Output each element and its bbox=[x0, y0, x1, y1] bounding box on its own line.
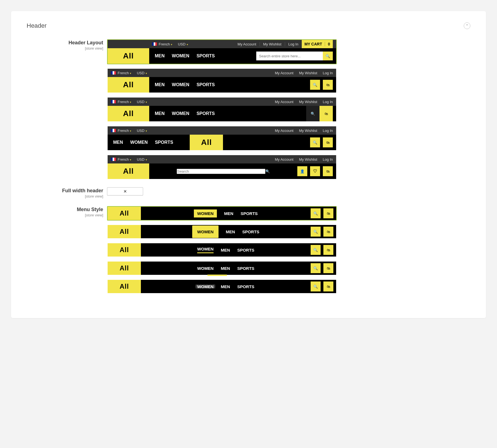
nav-men[interactable]: MEN bbox=[155, 82, 165, 87]
nav-sports[interactable]: SPORTS bbox=[237, 248, 254, 252]
nav-men[interactable]: MEN bbox=[155, 111, 165, 116]
nav-women[interactable]: WOMEN bbox=[130, 140, 148, 145]
nav-sports[interactable]: SPORTS bbox=[197, 53, 215, 58]
wishlist-button[interactable] bbox=[310, 166, 320, 176]
header-layout-option-5[interactable]: French▾ USD▾ My Account My Wishlist Log … bbox=[107, 155, 337, 180]
login-link[interactable]: Log In bbox=[323, 100, 333, 104]
field-header-layout: Header Layout [store view] French▾ USD▾ … bbox=[27, 39, 470, 180]
currency-selector[interactable]: USD▾ bbox=[137, 157, 147, 162]
logo[interactable]: All bbox=[108, 262, 141, 275]
header-layout-option-2[interactable]: French▾ USD▾ My Account My Wishlist Log … bbox=[107, 68, 337, 93]
search-button[interactable] bbox=[310, 80, 320, 90]
nav-men[interactable]: MEN bbox=[113, 140, 123, 145]
search-button[interactable] bbox=[311, 263, 321, 273]
menu-style-option-4[interactable]: All WOMEN MEN SPORTS bbox=[107, 261, 337, 275]
my-wishlist-link[interactable]: My Wishlist bbox=[260, 42, 282, 46]
my-wishlist-link[interactable]: My Wishlist bbox=[299, 100, 317, 104]
menu-style-option-1[interactable]: All WOMEN MEN SPORTS bbox=[107, 206, 337, 221]
currency-selector[interactable]: USD▾ bbox=[137, 100, 147, 104]
search-button[interactable] bbox=[323, 52, 333, 60]
search-button[interactable] bbox=[310, 137, 320, 147]
logo[interactable]: All bbox=[108, 77, 149, 93]
cart-button[interactable] bbox=[323, 263, 333, 273]
nav-men[interactable]: MEN bbox=[155, 53, 165, 58]
nav-sports[interactable]: SPORTS bbox=[237, 284, 254, 289]
my-wishlist-link[interactable]: My Wishlist bbox=[299, 71, 317, 75]
cart-button[interactable] bbox=[323, 281, 333, 291]
cart-button[interactable] bbox=[323, 208, 333, 218]
cart-button[interactable]: MY CART 0 bbox=[302, 40, 333, 48]
cart-button[interactable] bbox=[323, 166, 333, 176]
account-button[interactable] bbox=[297, 166, 307, 176]
my-account-link[interactable]: My Account bbox=[238, 42, 256, 46]
search-button[interactable] bbox=[311, 227, 321, 237]
menu-style-option-2[interactable]: All WOMEN MEN SPORTS bbox=[107, 224, 337, 239]
nav-men[interactable]: MEN bbox=[224, 211, 233, 216]
full-width-toggle[interactable]: ✕ bbox=[107, 187, 143, 196]
nav-sports[interactable]: SPORTS bbox=[155, 140, 173, 145]
logo[interactable]: All bbox=[108, 207, 141, 220]
login-link[interactable]: Log In bbox=[323, 71, 333, 75]
search-button[interactable] bbox=[311, 281, 321, 291]
cart-button[interactable] bbox=[323, 137, 333, 147]
header-layout-option-1[interactable]: French▾ USD▾ My Account My Wishlist Log … bbox=[107, 39, 337, 64]
search-button[interactable] bbox=[311, 208, 321, 218]
my-wishlist-link[interactable]: My Wishlist bbox=[299, 129, 317, 133]
my-account-link[interactable]: My Account bbox=[275, 129, 293, 133]
cart-button[interactable] bbox=[323, 80, 333, 90]
currency-selector[interactable]: USD▾ bbox=[178, 42, 188, 46]
cart-button[interactable] bbox=[323, 245, 333, 255]
logo[interactable]: All bbox=[108, 163, 149, 179]
menu-style-option-5[interactable]: All WOMEN MEN SPORTS bbox=[107, 279, 337, 294]
nav-women[interactable]: WOMEN bbox=[172, 111, 189, 116]
logo[interactable]: All bbox=[108, 106, 149, 121]
logo[interactable]: All bbox=[108, 225, 141, 238]
cart-button[interactable] bbox=[320, 106, 333, 121]
search-button[interactable] bbox=[311, 245, 321, 255]
header-layout-option-3[interactable]: French▾ USD▾ My Account My Wishlist Log … bbox=[107, 97, 337, 122]
lang-selector[interactable]: French▾ bbox=[118, 157, 131, 162]
nav-women[interactable]: WOMEN bbox=[197, 266, 214, 271]
search-button[interactable] bbox=[265, 169, 270, 174]
nav-women[interactable]: WOMEN bbox=[172, 53, 189, 58]
nav-sports[interactable]: SPORTS bbox=[240, 211, 258, 216]
collapse-toggle[interactable]: ⌃ bbox=[464, 22, 470, 29]
logo[interactable]: All bbox=[108, 243, 141, 257]
my-wishlist-link[interactable]: My Wishlist bbox=[299, 157, 317, 162]
search-button[interactable] bbox=[306, 106, 320, 121]
main-nav: MEN WOMEN SPORTS bbox=[149, 48, 256, 64]
menu-style-option-3[interactable]: All WOMEN MEN SPORTS bbox=[107, 243, 337, 257]
lang-selector[interactable]: French▾ bbox=[159, 42, 172, 46]
nav-sports[interactable]: SPORTS bbox=[242, 229, 259, 234]
search-input[interactable] bbox=[177, 169, 265, 174]
login-link[interactable]: Log In bbox=[323, 157, 333, 162]
nav-men[interactable]: MEN bbox=[221, 248, 230, 252]
nav-men[interactable]: MEN bbox=[221, 266, 230, 271]
nav-sports[interactable]: SPORTS bbox=[237, 266, 254, 271]
login-link[interactable]: Log In bbox=[323, 129, 333, 133]
logo[interactable]: All bbox=[190, 135, 223, 150]
nav-women[interactable]: WOMEN bbox=[194, 209, 217, 217]
my-account-link[interactable]: My Account bbox=[275, 157, 293, 162]
my-account-link[interactable]: My Account bbox=[275, 71, 293, 75]
lang-selector[interactable]: French▾ bbox=[118, 100, 131, 104]
nav-men[interactable]: MEN bbox=[226, 229, 235, 234]
nav-sports[interactable]: SPORTS bbox=[197, 111, 215, 116]
header-layout-option-4[interactable]: French▾ USD▾ My Account My Wishlist Log … bbox=[107, 126, 337, 151]
nav-men[interactable]: MEN bbox=[221, 284, 230, 289]
lang-selector[interactable]: French▾ bbox=[118, 129, 131, 133]
currency-selector[interactable]: USD▾ bbox=[137, 71, 147, 75]
nav-women[interactable]: WOMEN bbox=[172, 82, 189, 87]
search-input[interactable] bbox=[256, 52, 323, 60]
my-account-link[interactable]: My Account bbox=[275, 100, 293, 104]
logo[interactable]: All bbox=[108, 48, 149, 64]
login-link[interactable]: Log In bbox=[285, 42, 298, 46]
lang-selector[interactable]: French▾ bbox=[118, 71, 131, 75]
logo[interactable]: All bbox=[108, 280, 141, 293]
currency-selector[interactable]: USD▾ bbox=[137, 129, 147, 133]
nav-women[interactable]: WOMEN bbox=[197, 247, 214, 253]
cart-button[interactable] bbox=[323, 227, 333, 237]
nav-sports[interactable]: SPORTS bbox=[197, 82, 215, 87]
nav-women[interactable]: WOMEN bbox=[197, 284, 214, 289]
nav-women[interactable]: WOMEN bbox=[192, 226, 219, 238]
